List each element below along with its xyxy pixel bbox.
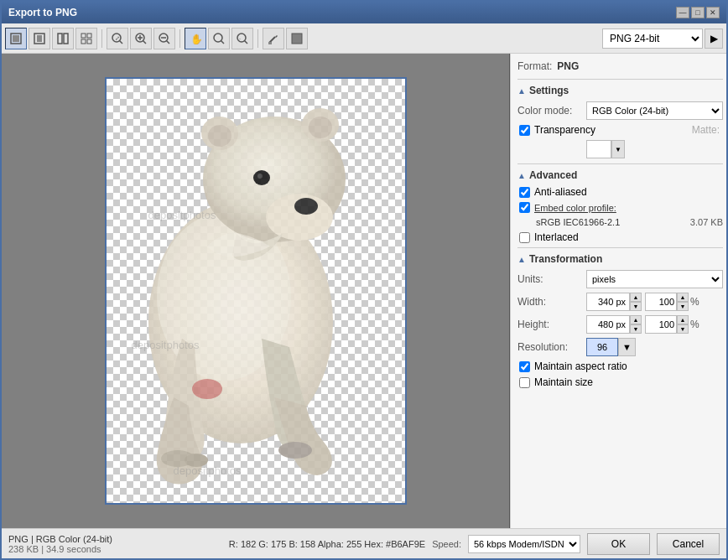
- interlaced-label: Interlaced: [534, 231, 579, 243]
- toolbar-sep-3: [257, 29, 258, 48]
- embed-color-checkbox[interactable]: [519, 202, 530, 213]
- maximize-button[interactable]: □: [691, 7, 705, 18]
- svg-text:⤢: ⤢: [115, 35, 120, 41]
- view-4col-button[interactable]: [75, 28, 97, 49]
- color-preview-button[interactable]: [286, 28, 308, 49]
- eyedropper-button[interactable]: [263, 28, 284, 49]
- bear-image: [107, 79, 375, 490]
- width-label: Width:: [517, 296, 586, 308]
- color-mode-row: Color mode: RGB Color (24-bit): [517, 101, 723, 120]
- svg-rect-4: [58, 34, 62, 44]
- main-area: depositphotos depositphotos depositphoto…: [2, 54, 726, 528]
- maintain-size-row: Maintain size: [517, 376, 723, 388]
- ok-button[interactable]: OK: [587, 533, 650, 555]
- settings-section-header[interactable]: ▲ Settings: [517, 85, 723, 96]
- view-1col-button[interactable]: [29, 28, 50, 49]
- color-mode-label: Color mode:: [517, 105, 586, 117]
- pixel-g: 175: [271, 539, 286, 549]
- status-bar: PNG | RGB Color (24-bit) 238 KB | 34.9 s…: [2, 528, 726, 558]
- speed-select[interactable]: 56 kbps Modem/ISDN 14.4 kbps Modem 28.8 …: [468, 535, 580, 553]
- advanced-label: Advanced: [529, 169, 577, 181]
- zoom-out-button[interactable]: [153, 28, 175, 49]
- height-input[interactable]: [586, 315, 630, 334]
- height-row: Height: ▲ ▼ ▲ ▼ %: [517, 315, 723, 334]
- svg-rect-8: [81, 39, 86, 44]
- zoom-100-button[interactable]: [208, 28, 230, 49]
- transparency-checkbox[interactable]: [519, 125, 530, 136]
- format-select[interactable]: PNG 24-bit: [602, 29, 703, 49]
- resolution-input[interactable]: [586, 338, 618, 356]
- color-mode-select[interactable]: RGB Color (24-bit): [586, 101, 723, 120]
- title-bar: Export to PNG — □ ✕: [2, 2, 726, 23]
- matte-label: Matte:: [692, 124, 720, 136]
- pixel-a-label: Alpha:: [318, 539, 346, 549]
- pan-button[interactable]: ✋: [185, 28, 206, 49]
- maintain-aspect-checkbox[interactable]: [519, 361, 530, 372]
- svg-point-43: [185, 454, 208, 467]
- matte-arrow-button[interactable]: ▼: [611, 140, 625, 158]
- status-size-line: 238 KB | 34.9 seconds: [8, 544, 229, 554]
- advanced-section-header[interactable]: ▲ Advanced: [517, 169, 723, 181]
- color-profile-size: 3.07 KB: [690, 217, 723, 227]
- zoom-in-button[interactable]: [130, 28, 152, 49]
- sidebar-scroll: Format: RGB Color (24-bit) PNG ▲ Setting…: [511, 54, 726, 397]
- zoom-50-button[interactable]: -: [231, 28, 253, 49]
- transformation-arrow-icon: ▲: [517, 255, 526, 264]
- anti-aliased-checkbox[interactable]: [519, 187, 530, 198]
- height-pct-up-button[interactable]: ▲: [677, 315, 689, 324]
- main-window: Export to PNG — □ ✕ ⤢: [0, 0, 728, 560]
- height-pct-spinner-btns: ▲ ▼: [677, 315, 689, 334]
- svg-point-44: [278, 442, 312, 459]
- canvas-area[interactable]: depositphotos depositphotos depositphoto…: [2, 54, 510, 528]
- svg-text:-: -: [239, 36, 241, 41]
- height-label: Height:: [517, 319, 586, 330]
- width-pct-down-button[interactable]: ▼: [677, 302, 689, 311]
- canvas-inner: depositphotos depositphotos depositphoto…: [105, 77, 407, 505]
- transformation-label: Transformation: [529, 253, 602, 265]
- height-pct-input[interactable]: [645, 315, 677, 334]
- svg-point-38: [294, 198, 318, 215]
- zoom-fit-button[interactable]: ⤢: [107, 28, 128, 49]
- svg-text:✋: ✋: [190, 33, 201, 44]
- units-label: Units:: [517, 273, 586, 285]
- svg-point-34: [208, 125, 231, 147]
- minimize-button[interactable]: —: [676, 7, 689, 18]
- height-down-button[interactable]: ▼: [630, 324, 642, 334]
- width-up-button[interactable]: ▲: [630, 293, 642, 302]
- svg-line-11: [120, 40, 123, 44]
- transparency-row: Transparency Matte:: [517, 124, 723, 136]
- height-spinner-btns: ▲ ▼: [630, 315, 642, 334]
- close-button[interactable]: ✕: [706, 7, 720, 18]
- height-pct-down-button[interactable]: ▼: [677, 324, 689, 334]
- svg-line-18: [167, 40, 170, 44]
- width-row: Width: ▲ ▼ ▲ ▼ %: [517, 293, 723, 311]
- svg-rect-9: [87, 39, 91, 44]
- svg-line-26: [269, 37, 275, 43]
- width-pct-input[interactable]: [645, 293, 677, 311]
- view-fit-button[interactable]: [5, 28, 27, 49]
- toolbar-sep-1: [101, 29, 102, 48]
- units-row: Units: pixels percent inches mm: [517, 270, 723, 288]
- units-select[interactable]: pixels percent inches mm: [586, 270, 723, 288]
- window-controls: — □ ✕: [676, 7, 720, 18]
- svg-rect-28: [268, 42, 272, 44]
- height-pct-symbol: %: [690, 319, 699, 330]
- resolution-unit-button[interactable]: ▼: [618, 338, 636, 356]
- view-2col-button[interactable]: [52, 28, 74, 49]
- svg-rect-5: [64, 34, 68, 44]
- svg-point-41: [192, 379, 222, 399]
- interlaced-checkbox[interactable]: [519, 232, 530, 243]
- maintain-size-checkbox[interactable]: [519, 377, 530, 388]
- cancel-button[interactable]: Cancel: [657, 533, 720, 555]
- format-arrow-button[interactable]: ▶: [705, 29, 723, 49]
- width-down-button[interactable]: ▼: [630, 302, 642, 311]
- svg-rect-29: [292, 34, 302, 44]
- matte-color-box[interactable]: [586, 140, 611, 158]
- width-pct-up-button[interactable]: ▲: [677, 293, 689, 302]
- transparency-label: Transparency: [534, 124, 595, 136]
- height-up-button[interactable]: ▲: [630, 315, 642, 324]
- transformation-section-header[interactable]: ▲ Transformation: [517, 253, 723, 265]
- pixel-r-label: R:: [229, 539, 241, 549]
- anti-aliased-label: Anti-aliased: [534, 186, 587, 198]
- width-input[interactable]: [586, 293, 630, 311]
